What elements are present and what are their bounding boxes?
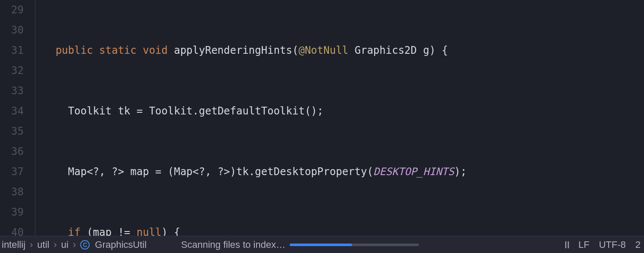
line-number[interactable]: 40	[0, 222, 24, 236]
chevron-right-icon: ›	[73, 239, 76, 250]
chevron-right-icon: ›	[53, 239, 56, 250]
code-line[interactable]: if (map != null) {	[43, 222, 644, 236]
status-trailing[interactable]: 2	[635, 239, 641, 250]
status-bar-right: LF UTF-8 2	[565, 239, 641, 250]
indexing-status-text[interactable]: Scanning files to index…	[181, 239, 285, 250]
breadcrumb-item[interactable]: ui	[61, 239, 69, 250]
code-line[interactable]: public static void applyRenderingHints(@…	[43, 40, 644, 61]
line-number[interactable]: 35	[0, 121, 24, 142]
editor-area: 29 30 31 32 33 34 35 36 37 38 39 40 publ…	[0, 0, 644, 236]
line-number[interactable]: 31	[0, 40, 24, 61]
line-separator-indicator[interactable]: LF	[578, 239, 590, 250]
class-icon: C	[80, 240, 90, 250]
breadcrumb-item[interactable]: util	[37, 239, 49, 250]
line-number[interactable]: 36	[0, 142, 24, 162]
line-number[interactable]: 37	[0, 162, 24, 182]
indexing-progress-bar[interactable]	[290, 244, 419, 246]
pause-icon[interactable]	[565, 241, 569, 248]
code-editor[interactable]: public static void applyRenderingHints(@…	[35, 0, 644, 236]
code-line[interactable]: Map<?, ?> map = (Map<?, ?>)tk.getDesktop…	[43, 162, 644, 182]
code-line[interactable]: Toolkit tk = Toolkit.getDefaultToolkit()…	[43, 101, 644, 121]
status-bar: intellij › util › ui › C GraphicsUtil Sc…	[0, 236, 644, 253]
breadcrumb-item[interactable]: intellij	[2, 239, 25, 250]
line-number[interactable]: 32	[0, 61, 24, 81]
line-number[interactable]: 30	[0, 20, 24, 40]
encoding-indicator[interactable]: UTF-8	[599, 239, 625, 250]
line-number[interactable]: 33	[0, 81, 24, 101]
breadcrumbs: intellij › util › ui › C GraphicsUtil	[2, 239, 147, 250]
line-number-gutter: 29 30 31 32 33 34 35 36 37 38 39 40	[0, 0, 35, 236]
progress-fill	[290, 244, 352, 246]
line-number[interactable]: 34	[0, 101, 24, 121]
breadcrumb-item[interactable]: GraphicsUtil	[95, 239, 147, 250]
chevron-right-icon: ›	[30, 239, 33, 250]
line-number[interactable]: 39	[0, 202, 24, 222]
line-number[interactable]: 38	[0, 182, 24, 202]
line-number[interactable]: 29	[0, 0, 24, 20]
